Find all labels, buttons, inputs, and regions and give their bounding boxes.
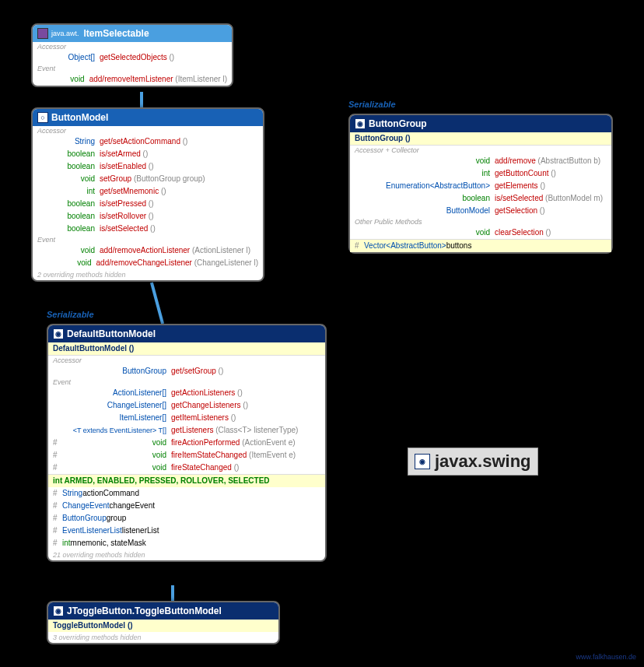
class-toggle-button-model: ◉ JToggleButton.ToggleButtonModel Toggle…	[47, 601, 280, 644]
class-icon: ◉	[53, 328, 64, 339]
class-title: ButtonGroup	[369, 118, 427, 129]
method-row: voidadd/removeActionListener (ActionList…	[33, 244, 263, 257]
connector-default-toggle	[171, 585, 174, 601]
stereotype-serializable: Serializable	[47, 310, 94, 319]
method-row: ActionListener[]getActionListeners ()	[48, 387, 325, 399]
section-accessor: Accessor	[48, 356, 325, 365]
method-row: booleanis/setSelected ()	[33, 223, 263, 235]
class-icon: ◉	[355, 118, 366, 129]
class-icon: ◉	[53, 606, 64, 616]
method-row: booleanis/setEnabled ()	[33, 160, 263, 173]
class-title: ItemSelectable	[84, 28, 149, 39]
section-accessor: Accessor	[33, 42, 232, 51]
class-header-default-button-model: ◉ DefaultButtonModel	[48, 325, 325, 342]
connector-buttonmodel-default	[150, 282, 164, 324]
field-row: #ButtonGroup group	[48, 512, 325, 525]
method-row: booleanis/setArmed ()	[33, 148, 263, 160]
section-event: Event	[33, 64, 232, 73]
method-row: ItemListener[]getItemListeners ()	[48, 412, 325, 424]
section-event: Event	[33, 235, 263, 244]
class-item-selectable: java.awt.ItemSelectable Accessor Object[…	[31, 23, 233, 87]
connector-itemselectable-buttonmodel	[140, 92, 143, 107]
method-row: void add/removeItemListener (ItemListene…	[33, 73, 232, 86]
method-row: <T extends EventListener> T[]getListener…	[48, 424, 325, 437]
class-icon	[37, 28, 48, 39]
method-row: ChangeListener[]getChangeListeners ()	[48, 399, 325, 412]
stereotype-serializable: Serializable	[348, 100, 396, 109]
interface-icon: ○	[37, 112, 48, 123]
section-event: Event	[48, 377, 325, 387]
method-row: ButtonModelgetSelection ()	[350, 205, 611, 217]
method-row: ButtonGroupget/setGroup ()	[48, 365, 325, 377]
watermark: www.falkhausen.de	[576, 653, 636, 661]
class-button-model: ○ ButtonModel Accessor Stringget/setActi…	[31, 107, 264, 282]
method-row: booleanis/setSelected (ButtonModel m)	[350, 192, 611, 205]
method-row: Stringget/setActionCommand ()	[33, 135, 263, 148]
class-default-button-model: ◉ DefaultButtonModel DefaultButtonModel …	[47, 324, 327, 562]
method-row: voidadd/remove (AbstractButton b)	[350, 155, 611, 167]
constants-row: int ARMED, ENABLED, PRESSED, ROLLOVER, S…	[48, 474, 325, 487]
class-title: ButtonModel	[51, 112, 108, 123]
method-row: #voidfireItemStateChanged (ItemEvent e)	[48, 449, 325, 462]
class-button-group: ◉ ButtonGroup ButtonGroup () Accessor + …	[348, 114, 613, 254]
constructor-row: DefaultButtonModel ()	[48, 342, 325, 355]
section-other: Other Public Methods	[350, 217, 611, 226]
method-row: intget/setMnemonic ()	[33, 185, 263, 198]
class-header-button-group: ◉ ButtonGroup	[350, 115, 611, 132]
method-row: Object[] getSelectedObjects ()	[33, 51, 232, 64]
constructor-row: ButtonGroup ()	[350, 132, 611, 145]
section-accessor-collector: Accessor + Collector	[350, 146, 611, 155]
method-row: voidsetGroup (ButtonGroup group)	[33, 173, 263, 185]
field-row: #ChangeEvent changeEvent	[48, 500, 325, 512]
method-row: booleanis/setPressed ()	[33, 198, 263, 210]
method-row: intgetButtonCount ()	[350, 167, 611, 180]
method-row: booleanis/setRollover ()	[33, 210, 263, 223]
class-header-button-model: ○ ButtonModel	[33, 109, 263, 126]
hidden-methods: 3 overriding methods hidden	[48, 632, 278, 643]
package-name: javax.swing	[435, 451, 531, 472]
section-accessor: Accessor	[33, 126, 263, 135]
method-row: #voidfireActionPerformed (ActionEvent e)	[48, 437, 325, 449]
constructor-row: ToggleButtonModel ()	[48, 620, 278, 632]
method-row: Enumeration<AbstractButton>getElements (…	[350, 180, 611, 192]
class-title: JToggleButton.ToggleButtonModel	[67, 606, 222, 616]
class-header-toggle-button-model: ◉ JToggleButton.ToggleButtonModel	[48, 602, 278, 620]
field-row: #EventListenerList listenerList	[48, 525, 325, 537]
hidden-methods: 21 overriding methods hidden	[48, 549, 325, 560]
field-row: #Vector<AbstractButton> buttons	[350, 239, 611, 252]
method-row: voidclearSelection ()	[350, 226, 611, 239]
class-title: DefaultButtonModel	[67, 328, 156, 339]
package-prefix: java.awt.	[51, 30, 79, 37]
field-row: #String actionCommand	[48, 487, 325, 500]
package-title: ◉ javax.swing	[408, 448, 538, 476]
method-row: #voidfireStateChanged ()	[48, 462, 325, 474]
package-icon: ◉	[415, 454, 430, 469]
field-row: #int mnemonic, stateMask	[48, 537, 325, 549]
hidden-methods: 2 overriding methods hidden	[33, 269, 263, 280]
method-row: voidadd/removeChangeListener (ChangeList…	[33, 257, 263, 269]
class-header-item-selectable: java.awt.ItemSelectable	[33, 25, 232, 42]
